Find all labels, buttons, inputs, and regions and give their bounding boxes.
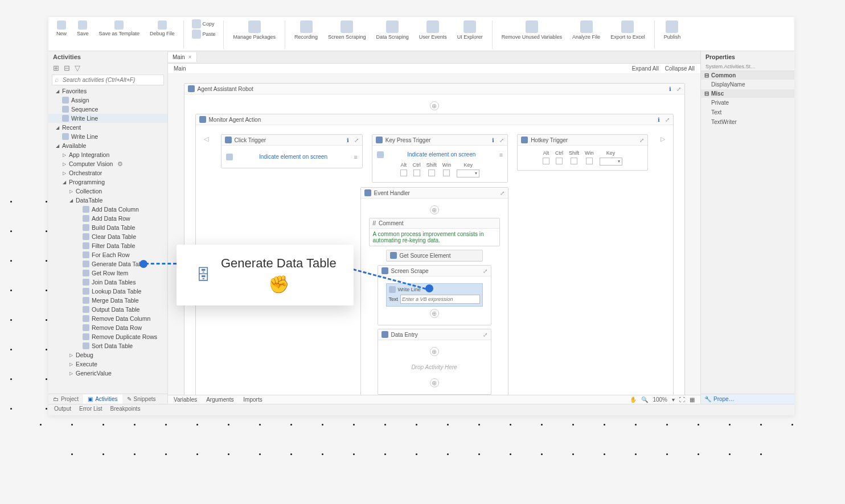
win-checkbox[interactable] xyxy=(586,158,593,164)
add-activity-button[interactable]: ⊕ xyxy=(430,347,439,356)
tab-activities[interactable]: ▣Activities xyxy=(83,394,122,404)
ctrl-checkbox[interactable] xyxy=(413,170,420,176)
tree-filter-data-table[interactable]: Filter Data Table xyxy=(48,241,167,250)
tree-remove-data-column[interactable]: Remove Data Column xyxy=(48,314,167,323)
prop-category-misc[interactable]: ⊟Misc xyxy=(701,89,794,98)
tree-get-row-item[interactable]: Get Row Item xyxy=(48,268,167,278)
tree-clear-data-table[interactable]: Clear Data Table xyxy=(48,232,167,241)
add-activity-button[interactable]: ⊕ xyxy=(430,309,439,318)
ribbon-screen-scraping[interactable]: Screen Scraping xyxy=(325,19,370,41)
tree-remove-data-row[interactable]: Remove Data Row xyxy=(48,323,167,332)
tree-item-sequence[interactable]: Sequence xyxy=(48,105,167,114)
shift-checkbox[interactable] xyxy=(428,170,435,176)
error-list-tab[interactable]: Error List xyxy=(79,406,102,414)
prop-textwriter[interactable]: TextWriter xyxy=(701,117,794,127)
ribbon-export-excel[interactable]: Export to Excel xyxy=(607,19,649,41)
tree-item-assign[interactable]: Assign xyxy=(48,96,167,105)
tab-project[interactable]: 🗀Project xyxy=(48,394,83,404)
info-icon[interactable]: ℹ xyxy=(347,137,349,143)
tree-for-each-row[interactable]: For Each Row xyxy=(48,250,167,259)
search-input[interactable] xyxy=(52,75,164,85)
tree-item-write-line-recent[interactable]: Write Line xyxy=(48,132,167,141)
nav-left-icon[interactable]: ◁ xyxy=(204,135,208,143)
prop-displayname[interactable]: DisplayName xyxy=(701,80,794,89)
tree-build-data-table[interactable]: Build Data Table xyxy=(48,223,167,232)
tree-debug[interactable]: ▷Debug xyxy=(48,350,167,360)
ctrl-checkbox[interactable] xyxy=(556,158,563,164)
info-icon[interactable]: ℹ xyxy=(658,117,660,123)
activity-key-press-trigger[interactable]: Key Press Triggerℹ⤢ Indicate element on … xyxy=(372,134,508,183)
info-icon[interactable]: ℹ xyxy=(492,137,494,143)
win-checkbox[interactable] xyxy=(443,170,450,176)
activity-comment[interactable]: //Comment A common process improvement c… xyxy=(369,218,500,246)
activity-hotkey-trigger[interactable]: Hotkey Trigger⤢ Alt Ctrl Shift Win K xyxy=(517,134,647,171)
tree-available[interactable]: ◢Available xyxy=(48,141,167,150)
tree-output-data-table[interactable]: Output Data Table xyxy=(48,305,167,314)
tree-merge-data-table[interactable]: Merge Data Table xyxy=(48,296,167,305)
tab-snippets[interactable]: ✎Snippets xyxy=(122,394,161,404)
activity-data-entry[interactable]: Data Entry⤢ ⊕ Drop Activity Here ⊕ xyxy=(378,329,491,395)
zoom-dropdown-icon[interactable]: ▾ xyxy=(672,396,675,403)
close-icon[interactable]: × xyxy=(188,54,192,60)
ribbon-copy[interactable]: Copy xyxy=(190,19,218,28)
expand-all-link[interactable]: Expand All xyxy=(632,65,659,72)
collapse-icon[interactable]: ⤢ xyxy=(483,332,487,338)
breakpoints-tab[interactable]: Breakpoints xyxy=(110,406,141,414)
tree-computer-vision[interactable]: ▷Computer Vision⚙ xyxy=(48,159,167,168)
activity-click-trigger[interactable]: Click Triggerℹ⤢ Indicate element on scre… xyxy=(221,134,363,168)
prop-private[interactable]: Private xyxy=(701,98,794,108)
pan-icon[interactable]: ✋ xyxy=(630,396,637,403)
tree-lookup-data-table[interactable]: Lookup Data Table xyxy=(48,287,167,296)
expand-all-icon[interactable]: ⊞ xyxy=(53,64,59,72)
collapse-icon[interactable]: ⤢ xyxy=(639,137,644,143)
ribbon-data-scraping[interactable]: Data Scraping xyxy=(373,19,412,41)
properties-tab[interactable]: 🔧Prope… xyxy=(701,394,794,404)
add-activity-button[interactable]: ⊕ xyxy=(430,101,439,110)
ribbon-analyze[interactable]: Analyze File xyxy=(569,19,604,41)
zoom-icon[interactable]: 🔍 xyxy=(641,396,648,403)
breadcrumb[interactable]: Main xyxy=(174,65,186,72)
tree-datatable[interactable]: ◢DataTable xyxy=(48,196,167,205)
tree-orchestrator[interactable]: ▷Orchestrator xyxy=(48,168,167,177)
activity-agent-assistant-robot[interactable]: Agent Assistant Robotℹ⤢ ⊕ Monitor Agent … xyxy=(184,83,685,395)
ribbon-ui-explorer[interactable]: UI Explorer xyxy=(454,19,486,41)
tree-add-data-column[interactable]: Add Data Column xyxy=(48,205,167,214)
tree-genericvalue[interactable]: ▷GenericValue xyxy=(48,369,167,378)
shift-checkbox[interactable] xyxy=(571,158,577,164)
tree-sort-data-table[interactable]: Sort Data Table xyxy=(48,341,167,350)
ribbon-save[interactable]: Save xyxy=(73,19,92,38)
fit-screen-icon[interactable]: ⛶ xyxy=(679,396,685,403)
tab-main[interactable]: Main × xyxy=(168,52,197,62)
indicate-element-link[interactable]: Indicate element on screen xyxy=(387,150,496,159)
imports-tab[interactable]: Imports xyxy=(243,396,262,403)
tree-remove-duplicate-rows[interactable]: Remove Duplicate Rows xyxy=(48,332,167,341)
tree-recent[interactable]: ◢Recent xyxy=(48,123,167,132)
tree-collection[interactable]: ▷Collection xyxy=(48,187,167,196)
tree-programming[interactable]: ◢Programming xyxy=(48,177,167,187)
activity-get-source-element[interactable]: Get Source Element xyxy=(386,250,483,262)
options-icon[interactable]: ≡ xyxy=(354,154,357,160)
collapse-icon[interactable]: ⤢ xyxy=(500,190,504,196)
collapse-icon[interactable]: ⤢ xyxy=(354,137,359,143)
tree-item-write-line[interactable]: Write Line xyxy=(48,114,167,123)
prop-category-common[interactable]: ⊟Common xyxy=(701,71,794,80)
tree-add-data-row[interactable]: Add Data Row xyxy=(48,214,167,223)
add-activity-button[interactable]: ⊕ xyxy=(430,205,439,214)
collapse-all-link[interactable]: Collapse All xyxy=(665,65,695,72)
collapse-all-icon[interactable]: ⊟ xyxy=(64,64,70,72)
ribbon-manage-packages[interactable]: Manage Packages xyxy=(229,19,279,41)
ribbon-new[interactable]: New xyxy=(53,19,70,38)
zoom-level[interactable]: 100% xyxy=(653,396,667,403)
indicate-element-link[interactable]: Indicate element on screen xyxy=(236,150,351,163)
collapse-icon[interactable]: ⤢ xyxy=(499,137,504,143)
variables-tab[interactable]: Variables xyxy=(174,396,197,403)
overview-icon[interactable]: ▦ xyxy=(690,396,695,403)
arguments-tab[interactable]: Arguments xyxy=(206,396,233,403)
add-activity-button[interactable]: ⊕ xyxy=(430,378,439,387)
ribbon-paste[interactable]: Paste xyxy=(190,30,218,39)
key-dropdown[interactable] xyxy=(600,158,622,166)
alt-checkbox[interactable] xyxy=(543,158,549,164)
tree-execute[interactable]: ▷Execute xyxy=(48,360,167,369)
collapse-icon[interactable]: ⤢ xyxy=(665,117,670,123)
prop-text[interactable]: Text xyxy=(701,108,794,117)
